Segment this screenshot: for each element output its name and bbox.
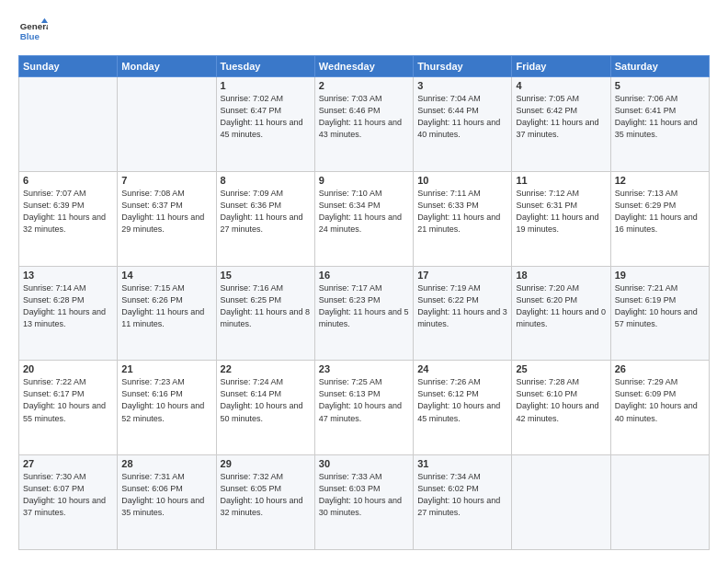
cell-info: Sunrise: 7:05 AMSunset: 6:42 PMDaylight:… xyxy=(516,94,598,139)
day-number: 5 xyxy=(615,80,705,91)
day-number: 24 xyxy=(417,363,507,374)
day-number: 10 xyxy=(417,175,507,186)
day-number: 17 xyxy=(417,270,507,281)
calendar-cell: 18 Sunrise: 7:20 AMSunset: 6:20 PMDaylig… xyxy=(512,266,610,361)
day-number: 12 xyxy=(615,175,705,186)
day-number: 18 xyxy=(516,270,606,281)
day-number: 23 xyxy=(319,363,409,374)
day-number: 14 xyxy=(121,270,211,281)
day-number: 26 xyxy=(615,363,705,374)
cell-info: Sunrise: 7:07 AMSunset: 6:39 PMDaylight:… xyxy=(23,189,106,234)
weekday-thursday: Thursday xyxy=(414,56,512,77)
day-number: 1 xyxy=(221,80,311,91)
calendar-cell: 14 Sunrise: 7:15 AMSunset: 6:26 PMDaylig… xyxy=(118,266,216,361)
day-number: 25 xyxy=(516,363,606,374)
cell-info: Sunrise: 7:16 AMSunset: 6:25 PMDaylight:… xyxy=(221,283,311,328)
header: General Blue xyxy=(18,17,710,46)
calendar-cell: 23 Sunrise: 7:25 AMSunset: 6:13 PMDaylig… xyxy=(314,361,413,455)
day-number: 15 xyxy=(221,270,311,281)
cell-info: Sunrise: 7:33 AMSunset: 6:03 PMDaylight:… xyxy=(319,472,402,517)
week-row-5: 27 Sunrise: 7:30 AMSunset: 6:07 PMDaylig… xyxy=(19,455,710,550)
calendar-cell: 12 Sunrise: 7:13 AMSunset: 6:29 PMDaylig… xyxy=(610,171,709,266)
cell-info: Sunrise: 7:15 AMSunset: 6:26 PMDaylight:… xyxy=(121,283,204,328)
day-number: 22 xyxy=(221,363,311,374)
calendar-cell: 13 Sunrise: 7:14 AMSunset: 6:28 PMDaylig… xyxy=(19,266,118,361)
day-number: 9 xyxy=(319,175,409,186)
cell-info: Sunrise: 7:31 AMSunset: 6:06 PMDaylight:… xyxy=(121,472,204,517)
day-number: 19 xyxy=(615,270,705,281)
week-row-2: 6 Sunrise: 7:07 AMSunset: 6:39 PMDayligh… xyxy=(19,171,710,266)
calendar-cell: 24 Sunrise: 7:26 AMSunset: 6:12 PMDaylig… xyxy=(414,361,512,455)
cell-info: Sunrise: 7:24 AMSunset: 6:14 PMDaylight:… xyxy=(221,377,303,422)
calendar-page: General Blue SundayMondayTuesdayWednesda… xyxy=(0,0,728,563)
weekday-wednesday: Wednesday xyxy=(314,56,413,77)
calendar-cell: 30 Sunrise: 7:33 AMSunset: 6:03 PMDaylig… xyxy=(314,455,413,550)
calendar-cell: 28 Sunrise: 7:31 AMSunset: 6:06 PMDaylig… xyxy=(118,455,216,550)
calendar-cell xyxy=(610,455,709,550)
cell-info: Sunrise: 7:08 AMSunset: 6:37 PMDaylight:… xyxy=(121,189,204,234)
cell-info: Sunrise: 7:29 AMSunset: 6:09 PMDaylight:… xyxy=(615,377,698,422)
day-number: 31 xyxy=(417,458,507,469)
week-row-4: 20 Sunrise: 7:22 AMSunset: 6:17 PMDaylig… xyxy=(19,361,710,455)
day-number: 13 xyxy=(23,270,113,281)
calendar-cell: 17 Sunrise: 7:19 AMSunset: 6:22 PMDaylig… xyxy=(414,266,512,361)
weekday-monday: Monday xyxy=(118,56,216,77)
cell-info: Sunrise: 7:25 AMSunset: 6:13 PMDaylight:… xyxy=(319,377,402,422)
calendar-cell: 3 Sunrise: 7:04 AMSunset: 6:44 PMDayligh… xyxy=(414,77,512,172)
cell-info: Sunrise: 7:26 AMSunset: 6:12 PMDaylight:… xyxy=(417,377,500,422)
day-number: 6 xyxy=(23,175,113,186)
day-number: 2 xyxy=(319,80,409,91)
week-row-3: 13 Sunrise: 7:14 AMSunset: 6:28 PMDaylig… xyxy=(19,266,710,361)
calendar-table: SundayMondayTuesdayWednesdayThursdayFrid… xyxy=(18,55,710,550)
day-number: 11 xyxy=(516,175,606,186)
weekday-tuesday: Tuesday xyxy=(216,56,314,77)
calendar-cell: 21 Sunrise: 7:23 AMSunset: 6:16 PMDaylig… xyxy=(118,361,216,455)
calendar-cell: 25 Sunrise: 7:28 AMSunset: 6:10 PMDaylig… xyxy=(512,361,610,455)
calendar-cell: 27 Sunrise: 7:30 AMSunset: 6:07 PMDaylig… xyxy=(19,455,118,550)
weekday-friday: Friday xyxy=(512,56,610,77)
weekday-saturday: Saturday xyxy=(610,56,709,77)
calendar-cell: 29 Sunrise: 7:32 AMSunset: 6:05 PMDaylig… xyxy=(216,455,314,550)
cell-info: Sunrise: 7:06 AMSunset: 6:41 PMDaylight:… xyxy=(615,94,698,139)
cell-info: Sunrise: 7:12 AMSunset: 6:31 PMDaylight:… xyxy=(516,189,598,234)
day-number: 21 xyxy=(121,363,211,374)
cell-info: Sunrise: 7:20 AMSunset: 6:20 PMDaylight:… xyxy=(516,283,606,328)
calendar-cell: 16 Sunrise: 7:17 AMSunset: 6:23 PMDaylig… xyxy=(314,266,413,361)
calendar-cell: 5 Sunrise: 7:06 AMSunset: 6:41 PMDayligh… xyxy=(610,77,709,172)
calendar-cell: 10 Sunrise: 7:11 AMSunset: 6:33 PMDaylig… xyxy=(414,171,512,266)
cell-info: Sunrise: 7:11 AMSunset: 6:33 PMDaylight:… xyxy=(417,189,500,234)
calendar-cell xyxy=(512,455,610,550)
calendar-cell: 2 Sunrise: 7:03 AMSunset: 6:46 PMDayligh… xyxy=(314,77,413,172)
calendar-cell: 8 Sunrise: 7:09 AMSunset: 6:36 PMDayligh… xyxy=(216,171,314,266)
weekday-header-row: SundayMondayTuesdayWednesdayThursdayFrid… xyxy=(19,56,710,77)
day-number: 30 xyxy=(319,458,409,469)
logo-icon: General Blue xyxy=(18,17,48,46)
cell-info: Sunrise: 7:19 AMSunset: 6:22 PMDaylight:… xyxy=(417,283,507,328)
calendar-cell: 31 Sunrise: 7:34 AMSunset: 6:02 PMDaylig… xyxy=(414,455,512,550)
calendar-cell: 19 Sunrise: 7:21 AMSunset: 6:19 PMDaylig… xyxy=(610,266,709,361)
calendar-cell: 7 Sunrise: 7:08 AMSunset: 6:37 PMDayligh… xyxy=(118,171,216,266)
calendar-cell: 4 Sunrise: 7:05 AMSunset: 6:42 PMDayligh… xyxy=(512,77,610,172)
day-number: 20 xyxy=(23,363,113,374)
day-number: 4 xyxy=(516,80,606,91)
calendar-cell: 6 Sunrise: 7:07 AMSunset: 6:39 PMDayligh… xyxy=(19,171,118,266)
cell-info: Sunrise: 7:10 AMSunset: 6:34 PMDaylight:… xyxy=(319,189,402,234)
day-number: 3 xyxy=(417,80,507,91)
day-number: 8 xyxy=(221,175,311,186)
calendar-cell: 11 Sunrise: 7:12 AMSunset: 6:31 PMDaylig… xyxy=(512,171,610,266)
cell-info: Sunrise: 7:21 AMSunset: 6:19 PMDaylight:… xyxy=(615,283,698,328)
day-number: 29 xyxy=(221,458,311,469)
cell-info: Sunrise: 7:03 AMSunset: 6:46 PMDaylight:… xyxy=(319,94,402,139)
day-number: 27 xyxy=(23,458,113,469)
cell-info: Sunrise: 7:13 AMSunset: 6:29 PMDaylight:… xyxy=(615,189,698,234)
day-number: 28 xyxy=(121,458,211,469)
day-number: 16 xyxy=(319,270,409,281)
calendar-cell xyxy=(118,77,216,172)
cell-info: Sunrise: 7:34 AMSunset: 6:02 PMDaylight:… xyxy=(417,472,500,517)
calendar-cell: 15 Sunrise: 7:16 AMSunset: 6:25 PMDaylig… xyxy=(216,266,314,361)
cell-info: Sunrise: 7:17 AMSunset: 6:23 PMDaylight:… xyxy=(319,283,409,328)
calendar-cell: 20 Sunrise: 7:22 AMSunset: 6:17 PMDaylig… xyxy=(19,361,118,455)
svg-text:Blue: Blue xyxy=(20,31,40,41)
cell-info: Sunrise: 7:30 AMSunset: 6:07 PMDaylight:… xyxy=(23,472,106,517)
calendar-cell xyxy=(19,77,118,172)
